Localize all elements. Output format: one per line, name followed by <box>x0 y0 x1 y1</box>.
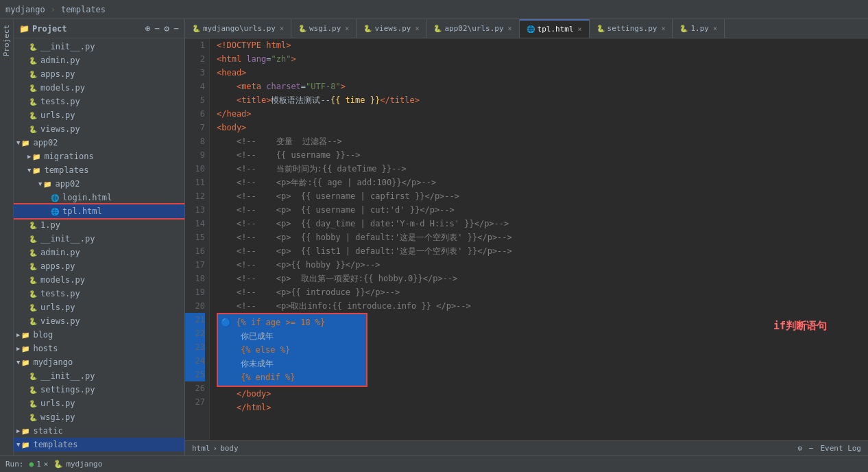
tab-label: 1.py <box>690 24 709 33</box>
code-editor[interactable]: 123 456 789 101112 131415 161718 1920 21… <box>185 38 868 440</box>
list-item[interactable]: ▶📁hosts <box>14 342 184 355</box>
list-item[interactable]: ▼📁templates <box>14 163 184 177</box>
highlight-line-22: 你已成年 <box>221 329 363 343</box>
tpl-html-item[interactable]: 🌐tpl.html <box>14 204 184 218</box>
gear-icon[interactable]: ⚙ <box>797 444 802 453</box>
list-item[interactable]: 🐍__init__.py <box>14 40 184 54</box>
py-icon: 🐍 <box>27 412 38 423</box>
list-item[interactable]: ▶📁static <box>14 424 184 438</box>
py-icon: 🐍 <box>27 110 38 121</box>
list-item[interactable]: 🐍wsgi.py <box>14 410 184 424</box>
list-item[interactable]: 🐍models.py <box>14 81 184 95</box>
tab-label: mydjango\urls.py <box>203 24 276 33</box>
minimize-icon[interactable]: − <box>173 23 179 34</box>
line-numbers: 123 456 789 101112 131415 161718 1920 21… <box>185 38 210 440</box>
bottom-bar: Run: ● 1 × 🐍 mydjango <box>0 456 868 472</box>
tab-settings[interactable]: 🐍 settings.py × <box>590 19 673 38</box>
py-tab-icon: 🐍 <box>679 25 688 32</box>
highlight-line-24: 你未成年 <box>221 357 363 370</box>
list-item[interactable]: 🐍__init__.py <box>14 232 184 246</box>
tab-one[interactable]: 🐍 1.py × <box>673 19 725 38</box>
list-item[interactable]: 🐍admin.py <box>14 246 184 259</box>
py-tab-icon: 🐍 <box>192 25 200 32</box>
sync-icon[interactable]: ⊕ <box>145 23 151 34</box>
py-icon: 🐍 <box>27 274 38 285</box>
breadcrumb: html › body <box>192 444 239 453</box>
list-item[interactable]: 🐍views.py <box>14 122 184 136</box>
list-item[interactable]: 🐍tests.py <box>14 287 184 300</box>
folder-icon: 📁 <box>31 165 42 176</box>
list-item[interactable]: 🐍__init__.py <box>14 369 184 383</box>
list-item[interactable]: 🐍urls.py <box>14 300 184 314</box>
py-icon: 🐍 <box>27 398 38 409</box>
folder-icon: 📁 <box>20 439 31 450</box>
highlight-line-21: 🔵 {% if age >= 18 %} <box>221 316 363 329</box>
tab-label: wsgi.py <box>309 24 341 33</box>
folder-icon: 📁 <box>19 24 29 34</box>
tab-close-icon[interactable]: × <box>508 25 512 32</box>
tab-tpl[interactable]: 🌐 tpl.html × <box>520 19 590 38</box>
py-icon: 🐍 <box>27 384 38 395</box>
run-close-icon[interactable]: × <box>44 460 49 469</box>
folder-name: templates <box>61 5 106 14</box>
tab-label: settings.py <box>607 24 658 33</box>
run-label: Run: <box>5 460 24 469</box>
breadcrumb-separator: › <box>51 5 56 14</box>
run-name-item: 🐍 mydjango <box>53 460 102 469</box>
py-tab-icon: 🐍 <box>433 25 442 32</box>
list-item[interactable]: ▼📁app02 <box>14 136 184 150</box>
html-icon: 🌐 <box>49 192 60 203</box>
list-item[interactable]: 🌐login.html <box>14 191 184 204</box>
list-item[interactable]: 🐍tests.py <box>14 95 184 108</box>
html-icon: 🌐 <box>49 206 60 217</box>
list-item[interactable]: 🐍apps.py <box>14 67 184 81</box>
tab-views[interactable]: 🐍 views.py × <box>357 19 426 38</box>
tab-close-icon[interactable]: × <box>415 25 419 32</box>
settings-icon[interactable]: ⚙ <box>164 23 169 34</box>
py-tab-icon: 🐍 <box>298 25 306 32</box>
list-item[interactable]: 🐍settings.py <box>14 383 184 397</box>
list-item[interactable]: 🐍apps.py <box>14 259 184 273</box>
list-item[interactable]: 🐍urls.py <box>14 397 184 410</box>
file-tree: 🐍__init__.py 🐍admin.py 🐍apps.py 🐍models.… <box>14 38 184 456</box>
py-icon: 🐍 <box>27 302 38 313</box>
tab-close-icon[interactable]: × <box>661 25 665 32</box>
py-icon: 🐍 <box>27 69 38 80</box>
py-tab-icon: 🐍 <box>596 25 605 32</box>
collapse-icon[interactable]: − <box>155 23 160 34</box>
tab-app02urls[interactable]: 🐍 app02\urls.py × <box>426 19 519 38</box>
run-item: ● 1 × <box>29 460 49 469</box>
templates-root-item[interactable]: ▼📁templates <box>14 438 184 451</box>
folder-icon: 📁 <box>20 425 31 436</box>
annotation-text: if判断语句 <box>773 320 827 333</box>
event-log-label[interactable]: Event Log <box>820 444 861 453</box>
list-item[interactable]: 🐍admin.py <box>14 54 184 67</box>
list-item[interactable]: ▼📁mydjango <box>14 355 184 369</box>
list-item[interactable]: 🐍urls.py <box>14 108 184 122</box>
list-item[interactable]: 🐍1.py <box>14 218 184 232</box>
status-bar: html › body ⚙ − Event Log <box>185 440 868 456</box>
list-item[interactable]: ▼📁app02 <box>14 177 184 191</box>
tab-close-icon[interactable]: × <box>713 25 717 32</box>
list-item[interactable]: 🐍views.py <box>14 314 184 328</box>
code-text: <!DOCTYPE html> <html lang="zh"> <head> … <box>210 38 868 440</box>
list-item[interactable]: 🐍models.py <box>14 273 184 287</box>
minimize-status-icon[interactable]: − <box>809 444 814 453</box>
py-icon: 🐍 <box>27 96 38 107</box>
list-item[interactable]: ▶📁blog <box>14 328 184 342</box>
tab-label: tpl.html <box>538 25 574 34</box>
tab-close-icon[interactable]: × <box>345 25 349 32</box>
folder-icon: 📁 <box>20 329 31 340</box>
tab-wsgi[interactable]: 🐍 wsgi.py × <box>291 19 357 38</box>
tab-close-icon[interactable]: × <box>280 25 284 32</box>
highlight-line-25: {% endif %} <box>221 370 363 384</box>
tab-close-icon[interactable]: × <box>578 25 582 33</box>
folder-icon: 📁 <box>31 151 42 162</box>
run-name-icon: 🐍 <box>53 460 63 469</box>
py-icon: 🐍 <box>27 123 38 134</box>
highlight-line-23: {% else %} <box>221 343 363 357</box>
breadcrumb-html: html <box>192 444 210 453</box>
editor-panel: 🐍 mydjango\urls.py × 🐍 wsgi.py × 🐍 views… <box>185 19 868 456</box>
tab-urls[interactable]: 🐍 mydjango\urls.py × <box>185 19 291 38</box>
list-item[interactable]: ▶📁migrations <box>14 150 184 163</box>
